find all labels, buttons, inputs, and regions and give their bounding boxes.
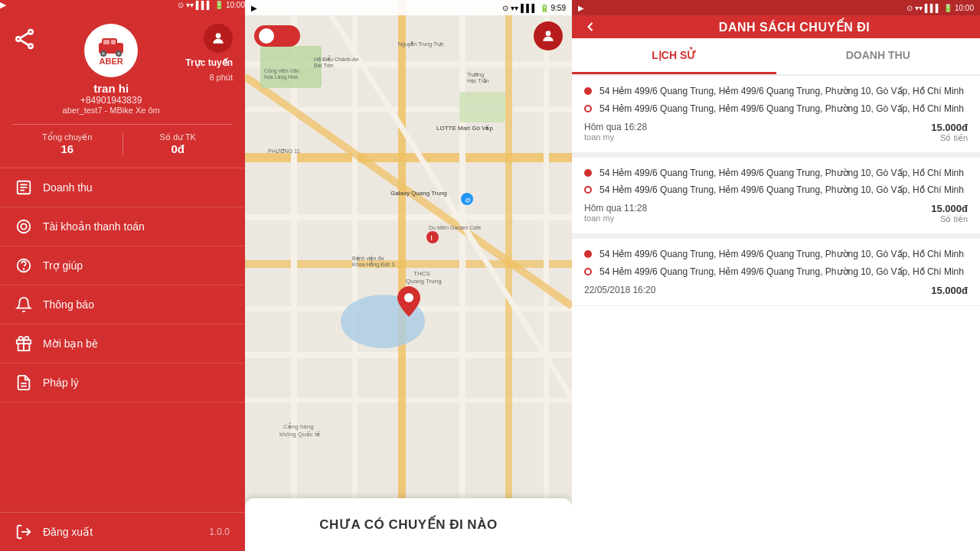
trip-locations: 54 Hẻm 499/6 Quang Trung, Hẻm 499/6 Quan… — [584, 167, 968, 197]
online-status: Trực tuyến — [185, 57, 233, 68]
trip-price: 15.000đ — [931, 285, 968, 296]
menu-label-tai-khoan: Tài khoản thanh toán — [43, 220, 145, 233]
svg-text:THCS: THCS — [413, 270, 430, 277]
aber-logo-text: ABER — [96, 57, 126, 66]
trip-price-info: 15.000đ — [931, 285, 968, 296]
svg-point-69 — [404, 293, 413, 302]
svg-line-3 — [21, 33, 29, 38]
svg-rect-37 — [352, 0, 358, 551]
trips-panel: ▶ ⊙ ▾▾ ▌▌▌ 🔋 10:00 DANH SÁCH CHUYẾN ĐI L… — [572, 0, 980, 551]
menu-item-phap-ly[interactable]: Pháp lý — [0, 364, 245, 403]
menu-label-moi-ban: Mời bạn bè — [43, 337, 98, 350]
svg-text:Du Miên Garden Cafe: Du Miên Garden Cafe — [429, 225, 481, 230]
trips-back-button[interactable] — [572, 19, 609, 34]
svg-point-21 — [24, 269, 24, 269]
trips-wifi: ▾▾ — [915, 4, 923, 12]
svg-line-4 — [21, 40, 29, 45]
profile-stats: Tổng chuyến 16 Số dư TK 0đ — [12, 124, 233, 155]
trips-battery: 🔋 — [943, 4, 952, 12]
map-overlay-top — [245, 15, 572, 57]
sidebar-footer: Đăng xuất 1.0.0 — [0, 512, 245, 551]
trip-from-row: 54 Hẻm 499/6 Quang Trung, Hẻm 499/6 Quan… — [584, 248, 968, 261]
svg-text:Học Trần: Học Trần — [467, 78, 489, 84]
svg-text:@: @ — [465, 197, 471, 204]
trip-price-info: 15.000đ Số tiền — [931, 203, 968, 224]
menu-label-tro-giup: Trợ giúp — [43, 259, 83, 272]
svg-rect-46 — [459, 92, 505, 122]
map-status-left: ▶ — [251, 4, 257, 12]
svg-point-18 — [18, 220, 31, 233]
menu-label-doanh-thu: Doanh thu — [43, 181, 93, 194]
trip-time-info: 22/05/2018 16:20 — [584, 285, 655, 295]
svg-point-0 — [28, 30, 32, 34]
trip-from-row: 54 Hẻm 499/6 Quang Trung, Hẻm 499/6 Quan… — [584, 167, 968, 180]
trip-to-address: 54 Hẻm 499/6 Quang Trung, Hẻm 499/6 Quan… — [599, 103, 964, 116]
trip-user: toan my — [584, 132, 647, 142]
tab-lich-su[interactable]: LỊCH SỬ — [572, 38, 776, 74]
trip-price: 15.000đ — [931, 122, 968, 133]
svg-text:hóa Làng Hoa: hóa Làng Hoa — [264, 74, 298, 80]
svg-rect-38 — [398, 0, 406, 551]
trip-time: Hôm qua 11:28 — [584, 203, 647, 214]
stat-balance-label: Số dư TK — [123, 132, 234, 142]
trip-item[interactable]: 54 Hẻm 499/6 Quang Trung, Hẻm 499/6 Quan… — [572, 76, 980, 153]
menu-item-moi-ban[interactable]: Mời bạn bè — [0, 324, 245, 364]
map-no-trips-text: CHƯA CÓ CHUYẾN ĐI NÀO — [257, 517, 560, 533]
map-status-bar: ▶ ⊙ ▾▾ ▌▌▌ 🔋 9:59 — [245, 0, 572, 15]
trip-start-dot — [584, 87, 592, 95]
logout-button[interactable]: Đăng xuất — [15, 523, 93, 540]
map-signal-icon: ▌▌▌ — [521, 4, 537, 12]
trip-price-type: Số tiền — [940, 133, 968, 143]
svg-rect-8 — [111, 40, 116, 44]
share-icon[interactable] — [12, 27, 37, 54]
svg-point-10 — [102, 52, 105, 55]
map-svg: Công viên Văn hóa Làng Hoa Hồ Biểu Chánh… — [245, 0, 572, 551]
sidebar-time: 10:00 — [226, 1, 245, 9]
trip-item[interactable]: 54 Hẻm 499/6 Quang Trung, Hẻm 499/6 Quan… — [572, 158, 980, 235]
map-toggle-switch[interactable] — [254, 25, 300, 47]
trip-time-info: Hôm qua 16:28 toan my — [584, 122, 647, 142]
trip-to-row: 54 Hẻm 499/6 Quang Trung, Hẻm 499/6 Quan… — [584, 184, 968, 197]
menu-item-tro-giup[interactable]: Trợ giúp — [0, 246, 245, 285]
menu-label-thong-bao: Thông báo — [43, 298, 94, 311]
trip-to-address: 54 Hẻm 499/6 Quang Trung, Hẻm 499/6 Quan… — [599, 266, 964, 279]
map-user-button[interactable] — [534, 21, 563, 51]
svg-rect-40 — [505, 0, 512, 551]
map-battery: 🔋 — [540, 4, 549, 12]
trips-tabs: LỊCH SỬ DOANH THU — [572, 38, 980, 76]
trip-to-row: 54 Hẻm 499/6 Quang Trung, Hẻm 499/6 Quan… — [584, 266, 968, 279]
app-version: 1.0.0 — [209, 527, 230, 537]
menu-label-phap-ly: Pháp lý — [43, 377, 79, 389]
svg-text:Khoa Hồng Đức 3: Khoa Hồng Đức 3 — [352, 262, 395, 268]
trip-from-row: 54 Hẻm 499/6 Quang Trung, Hẻm 499/6 Quan… — [584, 85, 968, 98]
trip-price-type: Số tiền — [940, 214, 968, 224]
svg-text:Bệnh viện đa: Bệnh viện đa — [352, 256, 384, 262]
trip-item[interactable]: 54 Hẻm 499/6 Quang Trung, Hẻm 499/6 Quan… — [572, 239, 980, 306]
sidebar-status-bar: ▶ ⊙ ▾▾ ▌▌▌ 🔋 10:00 — [0, 0, 245, 10]
trip-footer: 22/05/2018 16:20 15.000đ — [584, 285, 968, 296]
svg-point-64 — [426, 231, 439, 243]
menu-item-tai-khoan[interactable]: Tài khoản thanh toán — [0, 207, 245, 246]
trips-status-bar: ▶ ⊙ ▾▾ ▌▌▌ 🔋 10:00 — [572, 0, 980, 15]
online-minutes: 8 phút — [209, 73, 233, 82]
trips-header: ▶ ⊙ ▾▾ ▌▌▌ 🔋 10:00 DANH SÁCH CHUYẾN ĐI — [572, 0, 980, 38]
menu-item-thong-bao[interactable]: Thông báo — [0, 285, 245, 324]
profile-avatar-icon[interactable] — [204, 24, 233, 53]
svg-rect-7 — [103, 40, 109, 44]
trip-start-dot — [584, 250, 592, 258]
trip-footer: Hôm qua 16:28 toan my 15.000đ Số tiền — [584, 122, 968, 143]
map-time: 9:59 — [551, 4, 566, 12]
svg-point-13 — [216, 33, 221, 38]
sidebar-battery-icon: 🔋 — [214, 1, 224, 9]
tab-doanh-thu[interactable]: DOANH THU — [776, 38, 981, 74]
trips-status-left: ▶ — [578, 4, 584, 12]
map-status-right: ⊙ ▾▾ ▌▌▌ 🔋 9:59 — [502, 4, 566, 12]
toggle-circle — [259, 28, 274, 44]
svg-text:Trường: Trường — [467, 72, 484, 78]
menu-item-doanh-thu[interactable]: Doanh thu — [0, 168, 245, 207]
trips-list: 54 Hẻm 499/6 Quang Trung, Hẻm 499/6 Quan… — [572, 76, 980, 551]
profile-info: ABER tran hi +84901943839 aber_test7 - M… — [44, 24, 178, 115]
svg-point-12 — [117, 52, 120, 55]
trip-end-dot — [584, 186, 592, 194]
avatar[interactable]: ABER — [84, 24, 138, 77]
